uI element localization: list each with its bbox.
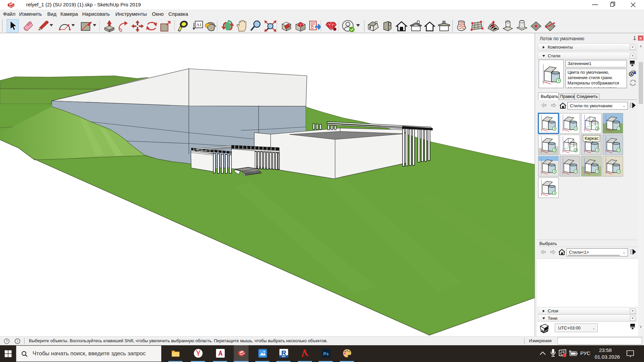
svg-text:RVT: RVT bbox=[282, 356, 286, 358]
svg-text:A1: A1 bbox=[196, 22, 202, 27]
svg-text:Ps: Ps bbox=[323, 351, 329, 356]
svg-text:i: i bbox=[17, 339, 18, 343]
svg-text:?: ? bbox=[6, 339, 8, 343]
